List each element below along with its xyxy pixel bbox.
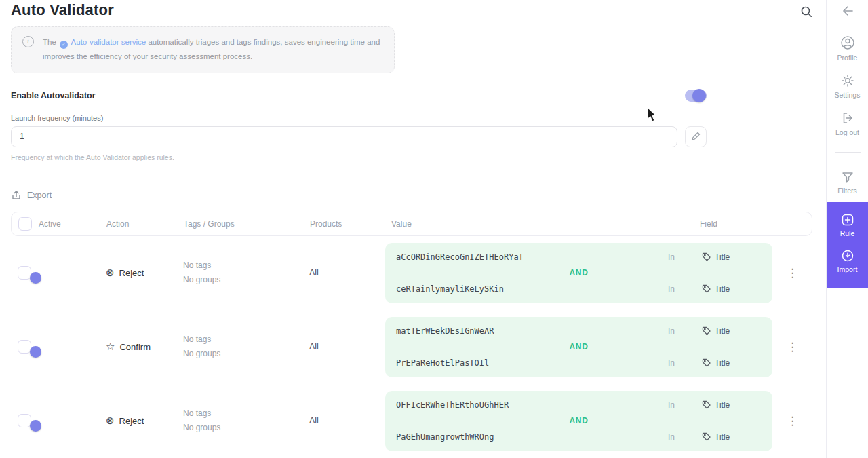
rule-row: ☆ Confirm No tags No groups All matTErWE… bbox=[11, 310, 812, 384]
tags-label: No tags bbox=[183, 259, 309, 273]
sidebar-active-group: Rule Import bbox=[827, 202, 868, 288]
row-menu-button[interactable]: ⋮ bbox=[787, 414, 798, 428]
back-button[interactable] bbox=[841, 4, 854, 20]
tags-label: No tags bbox=[183, 332, 309, 347]
condition-field: Title bbox=[702, 252, 762, 262]
search-icon bbox=[800, 5, 812, 18]
condition-field-label: Title bbox=[715, 284, 730, 294]
row-checkbox[interactable] bbox=[18, 414, 31, 427]
sidebar-item-settings[interactable]: Settings bbox=[827, 68, 868, 105]
app-root: Auto Validator i The ✓ Auto-validator se… bbox=[0, 0, 868, 458]
settings-block: Enable Autovalidator Launch frequency (m… bbox=[11, 90, 707, 161]
condition-operator: In bbox=[668, 326, 675, 336]
conditions: matTErWEekDEsIGnWeAR In Title AND PrEPaR… bbox=[385, 317, 772, 377]
settings-label: Settings bbox=[835, 91, 861, 99]
condition-field: Title bbox=[702, 358, 762, 368]
condition-field: Title bbox=[702, 432, 762, 442]
sidebar-item-filters[interactable]: Filters bbox=[827, 165, 868, 201]
groups-label: No groups bbox=[183, 273, 309, 287]
tag-icon bbox=[702, 326, 711, 335]
select-all-checkbox[interactable] bbox=[18, 217, 32, 231]
info-icon: i bbox=[22, 36, 34, 47]
enable-row: Enable Autovalidator bbox=[11, 90, 707, 102]
tags-groups-cell: No tags No groups bbox=[183, 259, 309, 287]
condition-field: Title bbox=[702, 284, 762, 294]
tag-icon bbox=[702, 284, 711, 293]
condition-field: Title bbox=[702, 326, 762, 336]
condition-joiner: AND bbox=[385, 266, 772, 280]
condition-joiner: AND bbox=[385, 340, 772, 354]
action-label: Confirm bbox=[119, 342, 151, 352]
autovalidator-service-icon: ✓ bbox=[60, 41, 68, 49]
row-menu-button[interactable]: ⋮ bbox=[787, 340, 798, 354]
row-checkbox[interactable] bbox=[18, 266, 31, 280]
export-icon bbox=[11, 190, 22, 201]
action-cell: ⊗ Reject bbox=[106, 267, 183, 279]
condition-value: matTErWEekDEsIGnWeAR bbox=[396, 326, 494, 336]
tags-groups-cell: No tags No groups bbox=[183, 332, 309, 361]
condition-field-label: Title bbox=[715, 326, 730, 336]
action-icon: ⊗ bbox=[106, 415, 115, 427]
condition-row: aCcORDinGRecoGnIZETHEoRYaT In Title bbox=[385, 248, 772, 266]
rule-label: Rule bbox=[840, 229, 855, 237]
frequency-input[interactable] bbox=[11, 126, 677, 147]
condition-row: matTErWEekDEsIGnWeAR In Title bbox=[385, 322, 772, 340]
condition-operator: In bbox=[668, 432, 675, 442]
table-header: Active Action Tags / Groups Products Val… bbox=[11, 212, 812, 236]
sidebar-item-logout[interactable]: Log out bbox=[827, 105, 868, 142]
sidebar-item-profile[interactable]: Profile bbox=[827, 29, 868, 68]
column-active: Active bbox=[39, 219, 106, 229]
condition-value: PaGEhUmangrowthWROng bbox=[396, 432, 494, 442]
autovalidator-service-link[interactable]: Auto-validator service bbox=[71, 38, 146, 46]
sidebar-item-rule[interactable]: Rule bbox=[827, 208, 868, 244]
column-field: Field bbox=[700, 219, 717, 229]
products-label: All bbox=[309, 342, 385, 351]
condition-operator: In bbox=[668, 400, 675, 410]
action-cell: ☆ Confirm bbox=[106, 341, 183, 353]
back-arrow-icon bbox=[841, 4, 854, 18]
settings-gear-icon bbox=[841, 74, 854, 88]
sidebar-divider bbox=[835, 152, 861, 153]
conditions: aCcORDinGRecoGnIZETHEoRYaT In Title AND … bbox=[385, 243, 772, 303]
column-value: Value bbox=[391, 219, 412, 229]
column-tags-groups: Tags / Groups bbox=[184, 219, 310, 229]
condition-value: aCcORDinGRecoGnIZETHEoRYaT bbox=[396, 252, 524, 262]
row-menu-button[interactable]: ⋮ bbox=[787, 266, 798, 280]
column-action: Action bbox=[106, 219, 184, 229]
banner-text-prefix: The bbox=[43, 38, 56, 46]
filters-label: Filters bbox=[837, 187, 857, 195]
frequency-hint: Frequency at which the Auto Validator ap… bbox=[11, 153, 707, 161]
condition-field-label: Title bbox=[715, 358, 730, 368]
top-bar: Auto Validator bbox=[11, 1, 812, 20]
enable-autovalidator-toggle[interactable] bbox=[685, 90, 707, 102]
condition-field-label: Title bbox=[715, 252, 730, 262]
condition-operator: In bbox=[668, 358, 675, 368]
filters-icon bbox=[842, 171, 854, 183]
search-button[interactable] bbox=[800, 5, 812, 20]
action-cell: ⊗ Reject bbox=[106, 415, 183, 427]
products-label: All bbox=[309, 268, 385, 278]
tag-icon bbox=[702, 432, 711, 441]
rules-list: ⊗ Reject No tags No groups All aCcORDinG… bbox=[11, 236, 812, 458]
import-icon bbox=[842, 250, 854, 262]
edit-frequency-button[interactable] bbox=[685, 126, 707, 147]
tags-groups-cell: No tags No groups bbox=[183, 406, 309, 435]
rule-row: ⊗ Reject No tags No groups All aCcORDinG… bbox=[11, 236, 812, 310]
condition-field: Title bbox=[702, 400, 762, 410]
main-content: Auto Validator i The ✓ Auto-validator se… bbox=[0, 0, 826, 458]
condition-field-label: Title bbox=[715, 400, 730, 410]
action-label: Reject bbox=[119, 416, 144, 426]
condition-field-label: Title bbox=[715, 432, 730, 442]
condition-row: ceRTainlymayliKeLySKin In Title bbox=[385, 280, 772, 298]
pencil-icon bbox=[691, 132, 701, 141]
enable-autovalidator-label: Enable Autovalidator bbox=[11, 91, 96, 100]
groups-label: No groups bbox=[183, 421, 309, 435]
frequency-row bbox=[11, 126, 707, 147]
add-rule-icon bbox=[842, 214, 854, 226]
tag-icon bbox=[702, 400, 711, 409]
row-checkbox[interactable] bbox=[18, 340, 31, 354]
export-button[interactable]: Export bbox=[11, 190, 52, 201]
right-sidebar: Profile Settings Log out Filters Rule Im… bbox=[826, 0, 868, 458]
page-title: Auto Validator bbox=[11, 1, 114, 19]
sidebar-item-import[interactable]: Import bbox=[827, 244, 868, 280]
